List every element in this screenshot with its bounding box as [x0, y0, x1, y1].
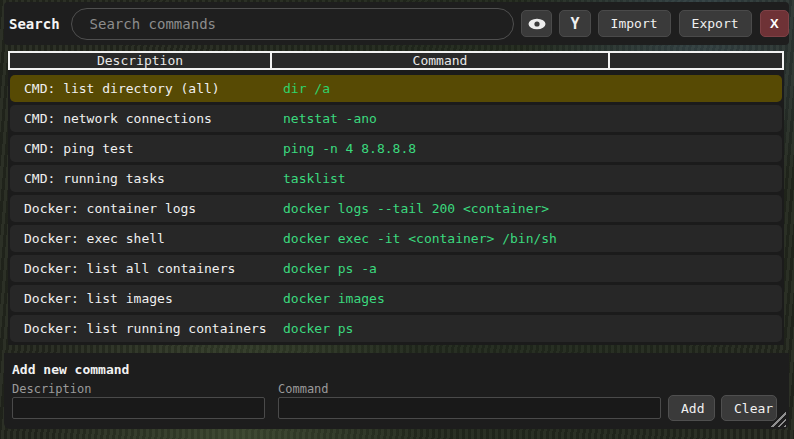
add-command-title: Add new command [12, 362, 129, 377]
table-row[interactable]: Docker: container logsdocker logs --tail… [10, 195, 782, 222]
row-command: dir /a [283, 81, 330, 96]
command-field-label: Command [278, 382, 329, 396]
eye-icon [527, 17, 547, 31]
table-row[interactable]: Docker: list imagesdocker images [10, 285, 782, 312]
import-button[interactable]: Import [598, 10, 671, 37]
table-body: CMD: list directory (all)dir /aCMD: netw… [8, 70, 784, 342]
row-command: tasklist [283, 171, 346, 186]
row-description: Docker: exec shell [24, 231, 283, 246]
row-command: netstat -ano [283, 111, 377, 126]
row-description: Docker: list running containers [24, 321, 283, 336]
row-description: Docker: list images [24, 291, 283, 306]
table-row[interactable]: CMD: ping testping -n 4 8.8.8.8 [10, 135, 782, 162]
row-description: CMD: ping test [24, 141, 283, 156]
table-row[interactable]: Docker: exec shelldocker exec -it <conta… [10, 225, 782, 252]
column-header-description[interactable]: Description [8, 53, 270, 68]
add-button[interactable]: Add [668, 395, 715, 421]
row-description: CMD: network connections [24, 111, 283, 126]
row-description: Docker: list all containers [24, 261, 283, 276]
toolbar: Search Y Import Export X [4, 2, 789, 45]
row-description: CMD: running tasks [24, 171, 283, 186]
column-header-command[interactable]: Command [270, 53, 608, 68]
table-row[interactable]: CMD: list directory (all)dir /a [10, 75, 782, 102]
row-command: docker ps -a [283, 261, 377, 276]
row-description: Docker: container logs [24, 201, 283, 216]
filter-button[interactable]: Y [559, 10, 590, 37]
search-input[interactable] [71, 8, 514, 40]
row-command: docker logs --tail 200 <container> [283, 201, 549, 216]
column-header-extra[interactable] [608, 53, 784, 68]
search-label: Search [9, 16, 60, 32]
row-command: docker exec -it <container> /bin/sh [283, 231, 557, 246]
table-row[interactable]: Docker: list all containersdocker ps -a [10, 255, 782, 282]
table-row[interactable]: CMD: network connectionsnetstat -ano [10, 105, 782, 132]
row-command: docker ps [283, 321, 353, 336]
row-command: ping -n 4 8.8.8.8 [283, 141, 416, 156]
row-description: CMD: list directory (all) [24, 81, 283, 96]
command-table: Description Command CMD: list directory … [8, 51, 784, 345]
description-field-label: Description [12, 382, 91, 396]
clear-button[interactable]: Clear [721, 395, 777, 421]
row-command: docker images [283, 291, 385, 306]
close-icon: X [770, 16, 779, 31]
command-field[interactable] [278, 397, 661, 419]
export-button[interactable]: Export [679, 10, 752, 37]
filter-icon: Y [570, 15, 579, 33]
table-header: Description Command [8, 51, 784, 70]
table-row[interactable]: CMD: running taskstasklist [10, 165, 782, 192]
close-button[interactable]: X [760, 10, 789, 37]
add-command-panel: Add new command Description Command Add … [4, 353, 789, 429]
description-field[interactable] [12, 397, 265, 419]
show-hide-button[interactable] [521, 10, 552, 37]
table-row[interactable]: Docker: list running containersdocker ps [10, 315, 782, 342]
